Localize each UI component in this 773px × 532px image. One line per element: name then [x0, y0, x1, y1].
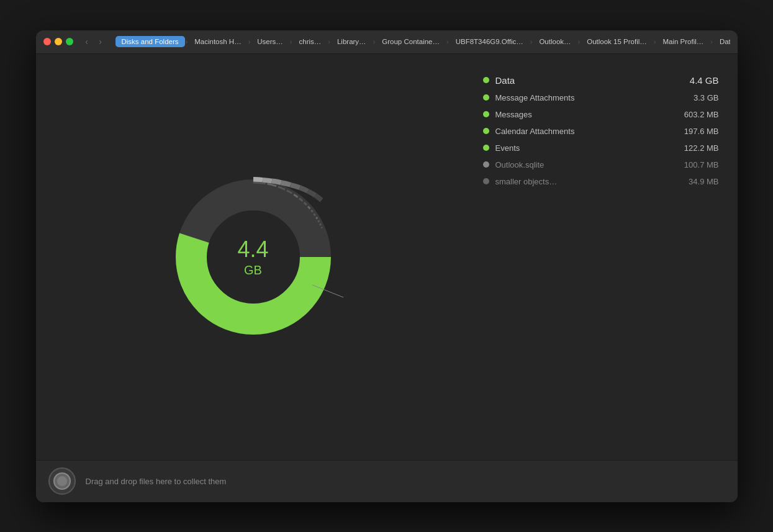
- breadcrumb-item-2[interactable]: Users…: [251, 36, 289, 47]
- legend-item-0[interactable]: Data4.4 GB: [483, 73, 719, 88]
- legend-dot-6: [483, 178, 489, 184]
- legend-value-0: 4.4 GB: [669, 75, 719, 86]
- legend-dot-0: [483, 77, 489, 83]
- breadcrumb-item-1[interactable]: Macintosh H…: [188, 36, 247, 47]
- legend-item-1[interactable]: Message Attachments3.3 GB: [483, 91, 719, 105]
- breadcrumb-item-0[interactable]: Disks and Folders: [115, 36, 185, 47]
- breadcrumb-sep-8: ›: [654, 38, 656, 45]
- chart-unit: GB: [237, 263, 268, 277]
- legend-value-5: 100.7 MB: [669, 160, 719, 169]
- legend-dot-3: [483, 128, 489, 134]
- breadcrumb-sep-5: ›: [446, 38, 449, 45]
- breadcrumb-item-3[interactable]: chris…: [293, 36, 328, 47]
- legend-value-3: 197.6 MB: [669, 127, 719, 136]
- breadcrumb-item-4[interactable]: Library…: [331, 36, 373, 47]
- drop-icon-core: [57, 476, 67, 486]
- traffic-lights: [43, 38, 73, 45]
- main-content: 4.4 GB Data4.4 GBMessage Attachments3.3 …: [36, 54, 738, 460]
- maximize-button[interactable]: [66, 38, 73, 45]
- breadcrumb-item-6[interactable]: UBF8T346G9.Offic…: [450, 36, 530, 47]
- breadcrumb-item-10[interactable]: Data: [713, 36, 730, 47]
- breadcrumb-sep-9: ›: [710, 38, 713, 45]
- breadcrumb-item-7[interactable]: Outlook…: [533, 36, 577, 47]
- breadcrumb-item-8[interactable]: Outlook 15 Profil…: [581, 36, 653, 47]
- legend-value-2: 603.2 MB: [669, 110, 719, 119]
- close-button[interactable]: [43, 38, 51, 45]
- legend-dot-2: [483, 111, 489, 117]
- chart-container: 4.4 GB: [160, 164, 346, 350]
- drop-target-icon[interactable]: [48, 467, 76, 495]
- legend-label-5: Outlook.sqlite: [495, 160, 669, 169]
- breadcrumb-sep-6: ›: [530, 38, 533, 45]
- legend-label-4: Events: [495, 143, 669, 153]
- chart-center: 4.4 GB: [237, 236, 268, 277]
- breadcrumb-item-9[interactable]: Main Profil…: [656, 36, 710, 47]
- back-button[interactable]: ‹: [81, 35, 93, 48]
- breadcrumb-sep-1: ›: [248, 38, 251, 45]
- breadcrumb-sep-2: ›: [290, 38, 292, 45]
- legend-item-3[interactable]: Calendar Attachments197.6 MB: [483, 124, 719, 138]
- breadcrumb-sep-0: ›: [186, 38, 188, 45]
- drag-drop-label: Drag and drop files here to collect them: [86, 477, 227, 486]
- nav-buttons: ‹ ›: [81, 35, 107, 48]
- legend-value-1: 3.3 GB: [669, 93, 719, 102]
- legend-label-3: Calendar Attachments: [495, 127, 669, 136]
- legend-item-2[interactable]: Messages603.2 MB: [483, 107, 719, 122]
- legend-label-6: smaller objects…: [495, 177, 669, 186]
- main-window: ‹ › Disks and Folders›Macintosh H…›Users…: [36, 30, 738, 502]
- legend-item-4[interactable]: Events122.2 MB: [483, 141, 719, 155]
- legend-item-5[interactable]: Outlook.sqlite100.7 MB: [483, 158, 719, 172]
- legend-label-2: Messages: [495, 110, 669, 119]
- titlebar: ‹ › Disks and Folders›Macintosh H…›Users…: [36, 30, 738, 54]
- breadcrumb-item-5[interactable]: Group Containe…: [376, 36, 446, 47]
- legend-label-1: Message Attachments: [495, 93, 669, 102]
- breadcrumb-sep-3: ›: [328, 38, 330, 45]
- legend-label-0: Data: [495, 75, 669, 86]
- legend-dot-4: [483, 145, 489, 151]
- chart-value: 4.4: [237, 236, 268, 263]
- bottom-bar: Drag and drop files here to collect them: [36, 460, 738, 502]
- legend-dot-5: [483, 161, 489, 168]
- forward-button[interactable]: ›: [94, 35, 107, 48]
- drop-icon-inner: [53, 472, 71, 490]
- chart-area: 4.4 GB: [36, 54, 471, 460]
- minimize-button[interactable]: [55, 38, 62, 45]
- breadcrumb-sep-4: ›: [373, 38, 376, 45]
- legend-value-4: 122.2 MB: [669, 143, 719, 153]
- legend-value-6: 34.9 MB: [669, 177, 719, 186]
- legend-dot-1: [483, 94, 489, 101]
- breadcrumb-bar: Disks and Folders›Macintosh H…›Users…›ch…: [115, 36, 730, 47]
- breadcrumb-sep-7: ›: [578, 38, 581, 45]
- legend-panel: Data4.4 GBMessage Attachments3.3 GBMessa…: [471, 54, 738, 460]
- legend-item-6[interactable]: smaller objects…34.9 MB: [483, 174, 719, 189]
